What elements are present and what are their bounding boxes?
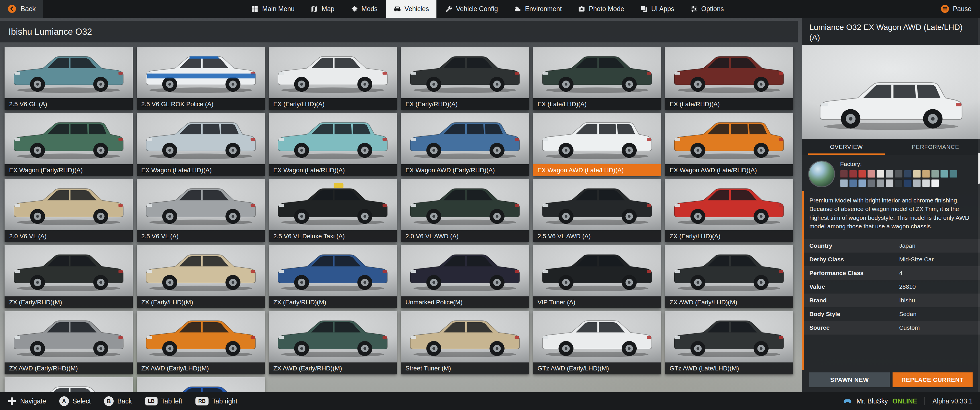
factory-color-swatch[interactable] [904,180,912,187]
factory-color-swatch[interactable] [922,170,930,178]
vehicle-card[interactable]: ZX AWD (Early/RHD)(M) [269,311,397,374]
pause-button[interactable]: Pause [932,0,980,17]
vehicle-thumbnail [533,113,661,164]
factory-color-swatch[interactable] [886,180,893,187]
factory-color-swatch[interactable] [922,180,930,187]
pause-menu-icon [940,4,950,13]
vehicle-card[interactable]: ZX AWD (Early/LHD)(M) [137,311,265,374]
vehicle-card[interactable]: EX Wagon AWD (Late/LHD)(A) [533,113,661,176]
menu-item-vehicles[interactable]: Vehicles [386,0,436,17]
vehicle-card-label: 2.5 V6 VL (A) [137,230,265,242]
rb-button-icon: RB [196,397,208,405]
mods-puzzle-icon [350,5,358,13]
accent-bar [802,191,804,370]
factory-color-swatch[interactable] [886,170,893,178]
vehicle-card[interactable]: Unmarked Police(M) [401,245,529,308]
factory-color-swatch[interactable] [849,170,857,178]
spec-value: Ibishu [899,297,915,304]
menu-item-mods[interactable]: Mods [343,0,385,17]
menu-item-options[interactable]: Options [683,0,731,17]
factory-color-swatch[interactable] [867,170,875,178]
vehicle-card[interactable]: GTz AWD (Late/LHD)(M) [665,311,793,374]
vehicle-card[interactable]: EX Wagon AWD (Early/RHD)(A) [401,113,529,176]
vehicle-card[interactable]: EX (Early/LHD)(A) [269,47,397,110]
factory-color-swatch[interactable] [840,170,848,178]
car-image [538,179,656,230]
vehicle-thumbnail [401,47,529,98]
vehicle-card[interactable]: VIP Tuner (A) [533,245,661,308]
menu-item-environment[interactable]: Environment [506,0,569,17]
vehicle-card[interactable]: 2.5 V6 GL ROK Police (A) [137,47,265,110]
factory-color-swatch[interactable] [904,170,912,178]
vehicle-card[interactable]: 2.5 V6 VL (A) [137,179,265,242]
factory-color-swatch[interactable] [940,170,948,178]
vehicle-thumbnail [665,245,793,296]
hint-label: Back [118,397,132,405]
vehicle-card[interactable]: 2.5 V6 VL Deluxe Taxi (A) [269,179,397,242]
vehicle-card[interactable]: ZX (Early/LHD)(M) [137,245,265,308]
spec-label: Performance Class [809,270,899,277]
menu-item-main-menu[interactable]: Main Menu [243,0,302,17]
scrollbar-thumb[interactable] [978,153,980,184]
factory-color-swatch[interactable] [913,180,921,187]
vehicle-card[interactable]: GTz AWD (Early/LHD)(M) [533,311,661,374]
vehicle-card[interactable]: ZX (Early/RHD)(M) [5,245,133,308]
vehicle-card[interactable]: EX Wagon AWD (Late/RHD)(A) [665,113,793,176]
replace-current-button[interactable]: REPLACE CURRENT [892,372,973,387]
vehicle-card[interactable]: EX Wagon (Late/RHD)(A) [269,113,397,176]
tab-performance[interactable]: PERFORMANCE [891,139,980,155]
page-title-bar: Ibishu Lumiance O32 [0,21,798,43]
vehicle-thumbnail [5,47,133,98]
factory-color-swatch[interactable] [877,170,884,178]
vehicle-card-label: ZX (Early/RHD)(M) [5,296,133,308]
menu-item-ui-apps[interactable]: UI Apps [633,0,682,17]
car-image [142,47,260,98]
factory-color-swatch[interactable] [950,170,957,178]
spec-value: 4 [899,270,902,277]
vehicle-card[interactable]: EX (Early/RHD)(A) [401,47,529,110]
sidebar-scrollbar[interactable] [978,17,980,393]
vehicle-card[interactable]: 2.5 V6 GL (A) [5,47,133,110]
menu-item-photo-mode[interactable]: Photo Mode [570,0,632,17]
vehicle-card[interactable]: ZX (Early/RHD)(M) [269,245,397,308]
vehicle-spec-table: CountryJapanDerby ClassMid-Size CarPerfo… [802,239,980,335]
map-icon [310,5,318,13]
factory-color-swatch[interactable] [931,170,939,178]
factory-color-swatch[interactable] [840,180,848,187]
back-button[interactable]: Back [0,0,43,17]
vehicle-card[interactable]: 2.5 V6 VL AWD (A) [533,179,661,242]
vehicle-card[interactable]: EX Wagon (Late/LHD)(A) [137,113,265,176]
menu-item-map[interactable]: Map [303,0,342,17]
factory-color-swatch[interactable] [877,180,884,187]
tab-overview[interactable]: OVERVIEW [802,139,891,155]
factory-color-swatch[interactable] [858,180,866,187]
back-button-label: Back [21,5,36,13]
factory-color-swatch[interactable] [849,180,857,187]
vehicle-card-label: 2.0 V6 VL AWD (A) [401,230,529,242]
vehicle-card[interactable] [5,377,133,393]
vehicle-card-label: Unmarked Police(M) [401,296,529,308]
menu-item-label: Photo Mode [589,5,624,13]
vehicle-card[interactable]: EX (Late/RHD)(A) [665,47,793,110]
factory-color-swatch[interactable] [895,180,902,187]
factory-color-swatch[interactable] [913,170,921,178]
factory-color-swatch[interactable] [895,170,902,178]
vehicle-card[interactable]: ZX (Early/LHD)(A) [665,179,793,242]
vehicle-card-label: EX (Early/RHD)(A) [401,98,529,110]
vehicle-card[interactable]: 2.0 V6 VL AWD (A) [401,179,529,242]
vehicle-card[interactable]: ZX AWD (Early/RHD)(M) [5,311,133,374]
vehicle-card[interactable]: Street Tuner (M) [401,311,529,374]
vehicle-card[interactable]: EX (Late/LHD)(A) [533,47,661,110]
factory-color-swatch[interactable] [931,180,939,187]
vehicle-card[interactable] [137,377,265,393]
vehicle-thumbnail [5,245,133,296]
vehicle-card[interactable]: ZX AWD (Early/LHD)(M) [665,245,793,308]
factory-config-thumbnail[interactable] [808,161,835,188]
spawn-new-button[interactable]: SPAWN NEW [809,372,890,387]
factory-color-swatch[interactable] [867,180,875,187]
spec-row-source: SourceCustom [802,321,980,335]
vehicle-card[interactable]: EX Wagon (Early/RHD)(A) [5,113,133,176]
vehicle-card[interactable]: 2.0 V6 VL (A) [5,179,133,242]
menu-item-vehicle-config[interactable]: Vehicle Config [438,0,505,17]
factory-color-swatch[interactable] [858,170,866,178]
